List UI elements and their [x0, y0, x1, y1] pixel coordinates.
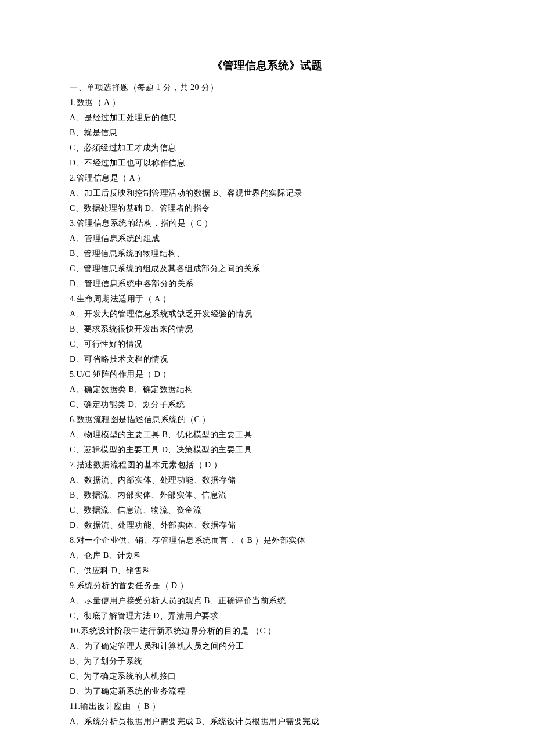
- text-line: D、数据流、处理功能、外部实体、数据存储: [70, 518, 464, 533]
- text-line: A、尽量使用户接受分析人员的观点 B、正确评价当前系统: [70, 593, 464, 609]
- text-line: 6.数据流程图是描述信息系统的（C ）: [70, 412, 464, 427]
- text-line: C、数据流、信息流、物流、资金流: [70, 503, 464, 518]
- text-line: A、是经过加工处理后的信息: [70, 110, 464, 125]
- document-page: 《管理信息系统》试题 一、单项选择题（每题 1 分，共 20 分）1.数据（ A…: [0, 0, 534, 756]
- text-line: 3.管理信息系统的结构，指的是（ C ）: [70, 216, 464, 231]
- text-line: 4.生命周期法适用于（ A ）: [70, 291, 464, 307]
- text-line: B、数据流、内部实体、外部实体、信息流: [70, 488, 464, 503]
- text-line: D、为了确定新系统的业务流程: [70, 684, 464, 699]
- text-line: A、为了确定管理人员和计算机人员之间的分工: [70, 639, 464, 654]
- text-line: B、就是信息: [70, 125, 464, 141]
- text-line: C、数据处理的基础 D、管理者的指令: [70, 201, 464, 216]
- text-line: C、彻底了解管理方法 D、弄清用户要求: [70, 609, 464, 624]
- text-line: C、确定功能类 D、划分子系统: [70, 397, 464, 412]
- text-line: C、为了确定系统的人机接口: [70, 669, 464, 684]
- document-title: 《管理信息系统》试题: [70, 58, 464, 73]
- text-line: C、管理信息系统的组成及其各组成部分之间的关系: [70, 261, 464, 276]
- text-line: 2.管理信息是（ A ）: [70, 171, 464, 186]
- text-line: 9.系统分析的首要任务是（ D ）: [70, 578, 464, 593]
- text-line: C、必须经过加工才成为信息: [70, 141, 464, 156]
- text-line: A、确定数据类 B、确定数据结构: [70, 382, 464, 397]
- text-line: 1.数据（ A ）: [70, 95, 464, 110]
- text-line: 一、单项选择题（每题 1 分，共 20 分）: [70, 80, 464, 95]
- text-line: A、系统分析员根据用户需要完成 B、系统设计员根据用户需要完成: [70, 714, 464, 729]
- text-line: 7.描述数据流程图的基本元素包括（ D ）: [70, 458, 464, 473]
- text-line: A、物理模型的主要工具 B、优化模型的主要工具: [70, 427, 464, 442]
- text-line: 10.系统设计阶段中进行新系统边界分析的目的是 （C ）: [70, 624, 464, 639]
- text-line: A、加工后反映和控制管理活动的数据 B、客观世界的实际记录: [70, 186, 464, 201]
- text-line: C、逻辑模型的主要工具 D、决策模型的主要工具: [70, 442, 464, 458]
- text-line: A、管理信息系统的组成: [70, 231, 464, 246]
- text-line: B、为了划分子系统: [70, 654, 464, 669]
- text-line: D、管理信息系统中各部分的关系: [70, 276, 464, 291]
- text-line: B、管理信息系统的物理结构、: [70, 246, 464, 261]
- text-line: C、供应科 D、销售科: [70, 563, 464, 578]
- text-line: 11.输出设计应由 （ B ）: [70, 699, 464, 714]
- document-body: 一、单项选择题（每题 1 分，共 20 分）1.数据（ A ）A、是经过加工处理…: [70, 80, 464, 729]
- text-line: C、可行性好的情况: [70, 337, 464, 352]
- text-line: 8.对一个企业供、销、存管理信息系统而言，（ B ）是外部实体: [70, 533, 464, 548]
- text-line: B、要求系统很快开发出来的情况: [70, 322, 464, 337]
- text-line: D、可省略技术文档的情况: [70, 352, 464, 367]
- text-line: A、仓库 B、计划科: [70, 548, 464, 563]
- text-line: A、开发大的管理信息系统或缺乏开发经验的情况: [70, 307, 464, 322]
- text-line: D、不经过加工也可以称作信息: [70, 156, 464, 171]
- text-line: 5.U/C 矩阵的作用是（ D ）: [70, 367, 464, 382]
- text-line: A、数据流、内部实体、处理功能、数据存储: [70, 473, 464, 488]
